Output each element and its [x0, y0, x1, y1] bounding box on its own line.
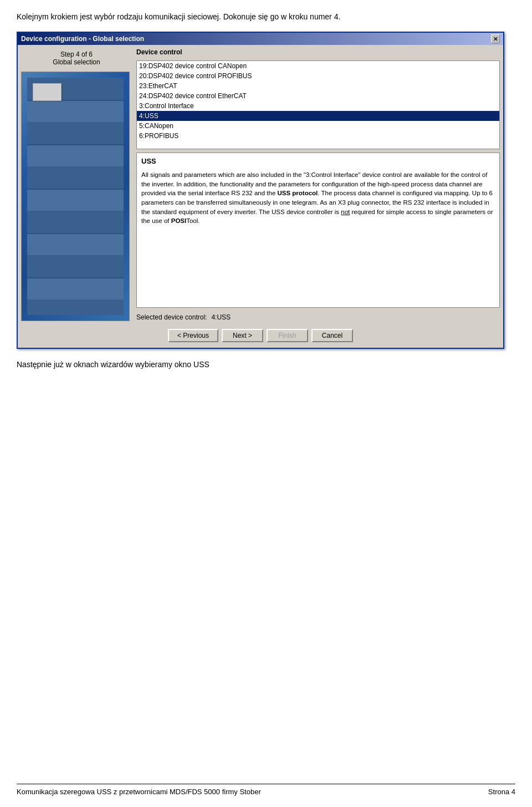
section-label: Device control	[136, 48, 500, 56]
list-item[interactable]: 23:EtherCAT	[137, 81, 499, 91]
step-sub: Global selection	[23, 58, 130, 66]
below-text: Następnie już w oknach wizardów wybieram…	[17, 360, 515, 369]
intro-text: Kolejnym krokiem jest wybór rodzaju komu…	[17, 11, 515, 23]
dialog-titlebar: Device configuration - Global selection …	[18, 33, 503, 45]
cancel-button[interactable]: Cancel	[311, 329, 353, 342]
list-item[interactable]: 3:Control Interface	[137, 101, 499, 111]
footer-right: Strona 4	[488, 788, 515, 796]
step-text: Step 4 of 6	[23, 50, 130, 58]
desc-text: All signals and parameters which are als…	[141, 170, 495, 226]
list-item-selected[interactable]: 4:USS	[137, 111, 499, 121]
desc-title: USS	[141, 156, 495, 167]
device-control-list[interactable]: 19:DSP402 device control CANopen 20:DSP4…	[136, 60, 500, 149]
desc-text-4: Tool.	[186, 217, 200, 224]
desc-bold-posi: POSI	[171, 217, 186, 224]
footer: Komunikacja szeregowa USS z przetwornica…	[17, 784, 515, 796]
finish-button[interactable]: Finish	[267, 329, 308, 342]
list-item[interactable]: 24:DSP402 device control EtherCAT	[137, 91, 499, 101]
selected-label: Selected device control:	[136, 313, 207, 321]
close-button[interactable]: ✕	[491, 34, 500, 43]
dialog-title: Device configuration - Global selection	[21, 35, 144, 43]
footer-left: Komunikacja szeregowa USS z przetwornica…	[17, 788, 261, 796]
device-image	[21, 72, 130, 321]
desc-underline-not: not	[341, 209, 350, 215]
description-section: USS All signals and parameters which are…	[136, 153, 500, 308]
list-item[interactable]: 6:PROFIBUS	[137, 131, 499, 141]
list-item[interactable]: 5:CANopen	[137, 121, 499, 131]
selected-value: 4:USS	[211, 313, 231, 321]
previous-button[interactable]: < Previous	[168, 329, 218, 342]
next-button[interactable]: Next >	[222, 329, 263, 342]
selected-info: Selected device control: 4:USS	[136, 313, 500, 321]
list-item[interactable]: 19:DSP402 device control CANopen	[137, 61, 499, 71]
desc-bold-uss-protocol: USS protocol	[277, 190, 318, 196]
dialog-buttons: < Previous Next > Finish Cancel	[18, 324, 503, 348]
list-item[interactable]: 20:DSP402 device control PROFIBUS	[137, 71, 499, 81]
device-config-dialog: Device configuration - Global selection …	[17, 32, 504, 349]
